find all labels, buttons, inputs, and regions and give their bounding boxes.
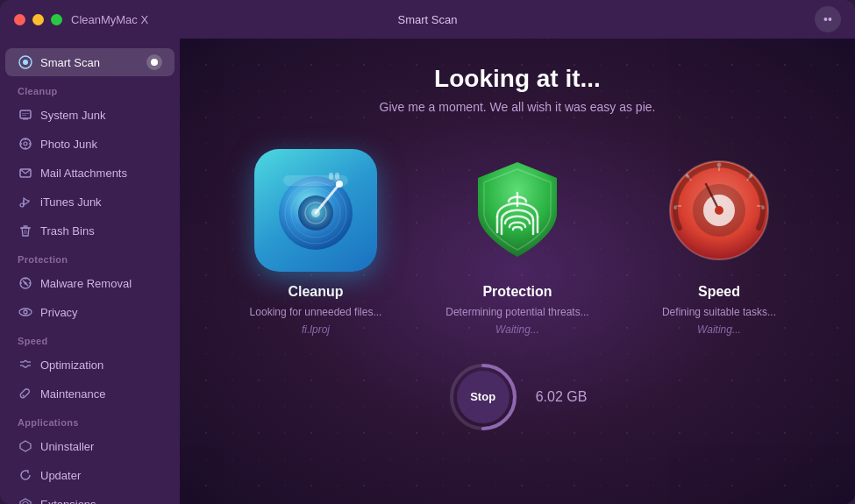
sidebar: Smart Scan Cleanup bbox=[0, 39, 180, 504]
privacy-icon bbox=[18, 304, 33, 320]
svg-point-82 bbox=[715, 206, 723, 215]
section-applications: Applications bbox=[0, 408, 180, 431]
smart-scan-label: Smart Scan bbox=[40, 56, 139, 69]
minimize-button[interactable] bbox=[32, 14, 44, 25]
sidebar-item-updater[interactable]: Updater bbox=[5, 461, 175, 489]
svg-line-29 bbox=[24, 360, 25, 362]
cleanup-status: fi.lproj bbox=[302, 323, 330, 336]
protection-icon-wrap bbox=[456, 149, 579, 272]
speed-icon-wrap bbox=[658, 149, 780, 272]
sidebar-item-photo-junk[interactable]: Photo Junk bbox=[5, 130, 175, 158]
section-cleanup: Cleanup bbox=[0, 77, 180, 100]
app-name: CleanMyMac X bbox=[71, 13, 148, 26]
svg-rect-5 bbox=[22, 113, 29, 114]
updater-label: Updater bbox=[40, 469, 162, 482]
sidebar-item-maintenance[interactable]: Maintenance bbox=[5, 380, 175, 408]
svg-point-22 bbox=[25, 282, 27, 285]
sidebar-item-trash-bins[interactable]: Trash Bins bbox=[5, 217, 175, 245]
cleanup-hdd-graphic bbox=[267, 162, 364, 259]
svg-line-30 bbox=[25, 360, 27, 362]
protection-status: Waiting... bbox=[495, 323, 539, 336]
protection-title: Protection bbox=[482, 284, 552, 300]
sidebar-item-itunes-junk[interactable]: iTunes Junk bbox=[5, 188, 175, 216]
protection-shield-graphic bbox=[460, 153, 574, 267]
optimization-icon bbox=[18, 357, 33, 373]
sidebar-item-mail-attachments[interactable]: Mail Attachments bbox=[5, 159, 175, 187]
title-bar: CleanMyMac X Smart Scan •• bbox=[0, 0, 855, 39]
protection-card: Protection Determining potential threats… bbox=[434, 149, 601, 336]
svg-rect-6 bbox=[22, 115, 26, 116]
section-protection: Protection bbox=[0, 245, 180, 268]
maintenance-label: Maintenance bbox=[40, 387, 162, 401]
cleanup-card: Cleanup Looking for unneeded files... fi… bbox=[232, 149, 399, 336]
maintenance-icon bbox=[18, 386, 33, 401]
sidebar-item-extensions[interactable]: Extensions bbox=[5, 490, 175, 504]
uninstaller-icon bbox=[18, 438, 33, 454]
optimization-label: Optimization bbox=[40, 358, 162, 372]
itunes-icon bbox=[18, 194, 33, 209]
app-window: CleanMyMac X Smart Scan •• Smart Scan bbox=[0, 0, 855, 504]
uninstaller-label: Uninstaller bbox=[40, 440, 162, 453]
stop-button[interactable]: Stop bbox=[457, 371, 509, 423]
speed-card: Speed Defining suitable tasks... Waiting… bbox=[636, 149, 802, 336]
stop-button-wrap: Stop bbox=[448, 362, 518, 432]
malware-removal-label: Malware Removal bbox=[40, 277, 162, 290]
svg-point-2 bbox=[151, 59, 158, 66]
svg-rect-60 bbox=[329, 173, 333, 180]
protection-desc: Determining potential threats... bbox=[445, 305, 588, 320]
sidebar-item-system-junk[interactable]: System Junk bbox=[5, 101, 175, 129]
system-junk-label: System Junk bbox=[40, 109, 162, 122]
malware-icon bbox=[18, 275, 33, 291]
extensions-label: Extensions bbox=[40, 498, 162, 505]
title-bar-right: •• bbox=[815, 6, 841, 32]
svg-point-1 bbox=[23, 60, 28, 65]
sidebar-item-smart-scan[interactable]: Smart Scan bbox=[5, 48, 175, 76]
mail-icon bbox=[18, 165, 33, 181]
photo-junk-icon bbox=[18, 136, 33, 152]
privacy-label: Privacy bbox=[40, 306, 162, 319]
main-layout: Smart Scan Cleanup bbox=[0, 39, 855, 504]
sidebar-item-optimization[interactable]: Optimization bbox=[5, 351, 175, 379]
smart-scan-badge bbox=[146, 54, 162, 70]
svg-point-8 bbox=[24, 142, 27, 146]
sidebar-item-malware-removal[interactable]: Malware Removal bbox=[5, 269, 175, 297]
svg-point-37 bbox=[23, 395, 25, 397]
close-button[interactable] bbox=[14, 14, 25, 25]
svg-point-26 bbox=[19, 309, 32, 316]
svg-point-27 bbox=[24, 310, 27, 314]
updater-icon bbox=[18, 467, 33, 483]
itunes-junk-label: iTunes Junk bbox=[40, 195, 162, 209]
speed-desc: Defining suitable tasks... bbox=[662, 305, 776, 320]
speed-gauge-graphic bbox=[662, 153, 776, 267]
main-subtitle: Give me a moment. We all wish it was eas… bbox=[380, 100, 656, 114]
extensions-icon bbox=[18, 496, 33, 504]
sidebar-scroll: Smart Scan Cleanup bbox=[0, 47, 180, 504]
maximize-button[interactable] bbox=[51, 14, 62, 25]
svg-rect-4 bbox=[23, 118, 28, 120]
svg-rect-61 bbox=[335, 173, 339, 180]
cleanup-icon-wrap bbox=[254, 149, 377, 272]
svg-rect-3 bbox=[20, 110, 31, 118]
sidebar-item-uninstaller[interactable]: Uninstaller bbox=[5, 432, 175, 460]
scan-size: 6.02 GB bbox=[536, 389, 588, 405]
cards-row: Cleanup Looking for unneeded files... fi… bbox=[232, 149, 802, 336]
section-speed: Speed bbox=[0, 327, 180, 350]
traffic-lights bbox=[14, 14, 62, 25]
bottom-row: Stop 6.02 GB bbox=[448, 362, 588, 432]
window-title: Smart Scan bbox=[398, 13, 458, 26]
system-junk-icon bbox=[18, 107, 33, 123]
settings-button[interactable]: •• bbox=[815, 6, 841, 32]
speed-status: Waiting... bbox=[697, 323, 741, 336]
cleanup-title: Cleanup bbox=[288, 284, 343, 300]
mail-attachments-label: Mail Attachments bbox=[40, 167, 162, 180]
content-area: Looking at it... Give me a moment. We al… bbox=[180, 39, 855, 504]
svg-line-33 bbox=[23, 366, 25, 367]
svg-line-35 bbox=[26, 366, 28, 367]
sidebar-item-privacy[interactable]: Privacy bbox=[5, 298, 175, 326]
svg-point-14 bbox=[20, 203, 24, 207]
trash-bins-label: Trash Bins bbox=[40, 224, 162, 238]
speed-title: Speed bbox=[698, 284, 740, 300]
main-title: Looking at it... bbox=[434, 65, 601, 93]
trash-icon bbox=[18, 223, 33, 238]
photo-junk-label: Photo Junk bbox=[40, 138, 162, 151]
